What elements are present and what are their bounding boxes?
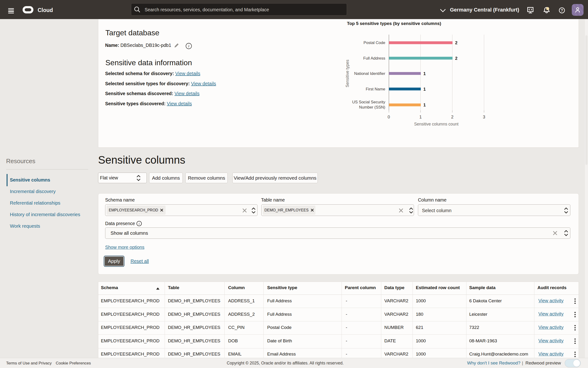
svg-text:Sensitive types: Sensitive types (345, 60, 350, 87)
svg-text:1: 1 (423, 103, 426, 107)
svg-text:?: ? (561, 9, 563, 12)
svg-text:i: i (139, 222, 140, 226)
svg-text:1: 1 (423, 87, 426, 92)
svg-text:Number (SSN): Number (SSN) (359, 105, 385, 110)
svg-text:2: 2 (455, 40, 457, 45)
svg-text:US Social Security: US Social Security (352, 100, 385, 104)
svg-text:3: 3 (483, 115, 485, 119)
svg-text:Full Address: Full Address (363, 56, 385, 61)
svg-text:Sensitive columns count: Sensitive columns count (414, 122, 459, 126)
svg-text:0: 0 (388, 115, 390, 119)
svg-text:2: 2 (455, 56, 457, 61)
svg-text:First Name: First Name (366, 87, 385, 91)
svg-text:i: i (188, 44, 189, 48)
svg-text:Top 5 sensitive types (by sens: Top 5 sensitive types (by sensitive colu… (347, 21, 441, 26)
svg-text:2: 2 (451, 115, 454, 119)
svg-text:1: 1 (423, 71, 426, 76)
svg-text:1: 1 (419, 115, 422, 119)
svg-text:National Identifier: National Identifier (354, 71, 386, 76)
svg-text:Postal Code: Postal Code (363, 40, 385, 45)
